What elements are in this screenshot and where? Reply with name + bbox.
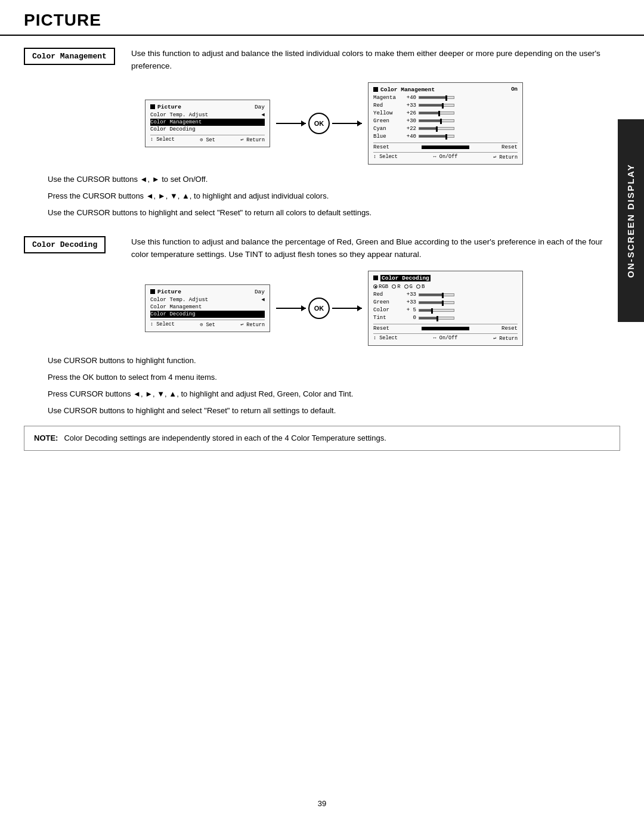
note-box: NOTE: Color Decoding settings are indepe… bbox=[24, 426, 620, 451]
color-decoding-section: Color Decoding Use this function to adju… bbox=[24, 236, 620, 451]
cm-left-row-1: Color Temp. Adjust ◄ bbox=[150, 112, 265, 119]
cm-right-header-title: Color Management bbox=[380, 86, 435, 93]
color-management-label: Color Management bbox=[24, 48, 115, 65]
page-title: PICTURE bbox=[0, 0, 644, 36]
note-text: Color Decoding settings are independentl… bbox=[64, 432, 386, 444]
footer-select: ↕ Select bbox=[150, 137, 175, 143]
cd-bullet-4: Use CURSOR buttons to highlight and sele… bbox=[48, 404, 620, 417]
color-management-section: Color Management Use this function to ad… bbox=[24, 48, 620, 219]
cd-radio-b: B bbox=[416, 284, 425, 290]
cm-right-header-on: On bbox=[511, 86, 518, 92]
cd-slider-tint: Tint 0 bbox=[373, 314, 518, 322]
cd-left-header-title: Picture bbox=[157, 289, 181, 295]
cd-arrow-line-left bbox=[276, 308, 306, 309]
cd-ok-button: OK bbox=[308, 298, 330, 319]
color-decoding-description: Use this function to adjust and balance … bbox=[131, 236, 620, 261]
cd-slider-red: Red +33 bbox=[373, 291, 518, 299]
cd-right-screen: Color Decoding RGB R G bbox=[368, 271, 523, 346]
cd-left-header-day: Day bbox=[255, 289, 265, 295]
note-label: NOTE: bbox=[34, 432, 58, 444]
cm-left-row-3: Color Decoding bbox=[150, 126, 265, 133]
cd-right-icon bbox=[373, 275, 378, 280]
footer-set: ⊙ Set bbox=[200, 137, 215, 143]
cm-left-row-2: Color Management bbox=[150, 119, 265, 126]
cd-bullet-2: Press the OK button to select from 4 men… bbox=[48, 371, 620, 384]
cm-bullet-1: Use the CURSOR buttons ◄, ► to set On/Of… bbox=[48, 173, 620, 186]
cm-right-screen: Color Management On Magenta +40 bbox=[368, 82, 523, 165]
cd-slider-green: Green +33 bbox=[373, 299, 518, 306]
cm-bullet-2: Press the CURSOR buttons ◄, ►, ▼, ▲, to … bbox=[48, 190, 620, 203]
cm-bullet-3: Use the CURSOR buttons to highlight and … bbox=[48, 206, 620, 219]
cm-color-red: Red +33 bbox=[373, 102, 518, 110]
cd-radio-r: R bbox=[392, 284, 400, 290]
cd-left-row-3: Color Decoding bbox=[150, 311, 265, 318]
color-management-diagrams: Picture Day Color Temp. Adjust ◄ Color M… bbox=[48, 82, 620, 165]
color-decoding-label: Color Decoding bbox=[24, 236, 106, 253]
cd-reset-row: Reset Reset bbox=[373, 324, 518, 332]
footer-return: ↩ Return bbox=[240, 137, 265, 143]
cm-color-yellow: Yellow +26 bbox=[373, 110, 518, 117]
cd-radio-g: G bbox=[404, 284, 413, 290]
cd-right-footer: ↕ Select ↔ On/Off ↩ Return bbox=[373, 333, 518, 342]
cm-left-footer: ↕ Select ⊙ Set ↩ Return bbox=[150, 135, 265, 143]
cm-right-icon bbox=[373, 87, 378, 92]
cd-left-footer: ↕ Select ⊙ Set ↩ Return bbox=[150, 320, 265, 328]
ok-button: OK bbox=[308, 113, 330, 134]
cm-color-magenta: Magenta +40 bbox=[373, 94, 518, 102]
cm-arrow: OK bbox=[276, 113, 362, 134]
cd-left-row-2: Color Management bbox=[150, 304, 265, 311]
cd-left-icon bbox=[150, 289, 155, 294]
cd-arrow-line-right bbox=[332, 308, 362, 309]
arrow-line-left bbox=[276, 123, 306, 124]
cd-arrow: OK bbox=[276, 298, 362, 319]
osd-icon bbox=[150, 104, 155, 109]
cd-bullet-1: Use CURSOR buttons to highlight function… bbox=[48, 354, 620, 367]
cd-bullet-3: Press CURSOR buttons ◄, ►, ▼, ▲, to high… bbox=[48, 388, 620, 401]
arrow-line-right bbox=[332, 123, 362, 124]
cd-left-row-1: Color Temp. Adjust ◄ bbox=[150, 296, 265, 304]
cm-left-screen: Picture Day Color Temp. Adjust ◄ Color M… bbox=[145, 100, 270, 147]
color-decoding-diagrams: Picture Day Color Temp. Adjust ◄ Color M… bbox=[48, 271, 620, 346]
cm-left-header-day: Day bbox=[255, 104, 265, 110]
cm-color-green: Green +30 bbox=[373, 117, 518, 125]
cd-right-header-title: Color Decoding bbox=[380, 275, 431, 281]
cm-color-blue: Blue +40 bbox=[373, 133, 518, 141]
cm-left-header-title: Picture bbox=[157, 104, 181, 110]
cm-right-footer: ↕ Select ↔ On/Off ↩ Return bbox=[373, 152, 518, 160]
cd-radio-rgb: RGB bbox=[373, 284, 388, 290]
cd-radio-row: RGB R G B bbox=[373, 283, 518, 291]
vertical-tab: ON-SCREEN DISPLAY bbox=[618, 119, 644, 322]
page-number: 39 bbox=[318, 792, 326, 815]
color-management-description: Use this function to adjust and balance … bbox=[131, 48, 620, 73]
cd-left-screen: Picture Day Color Temp. Adjust ◄ Color M… bbox=[145, 284, 270, 332]
cm-color-cyan: Cyan +22 bbox=[373, 125, 518, 133]
cm-reset-row: Reset Reset bbox=[373, 143, 518, 150]
cd-slider-color: Color + 5 bbox=[373, 306, 518, 314]
